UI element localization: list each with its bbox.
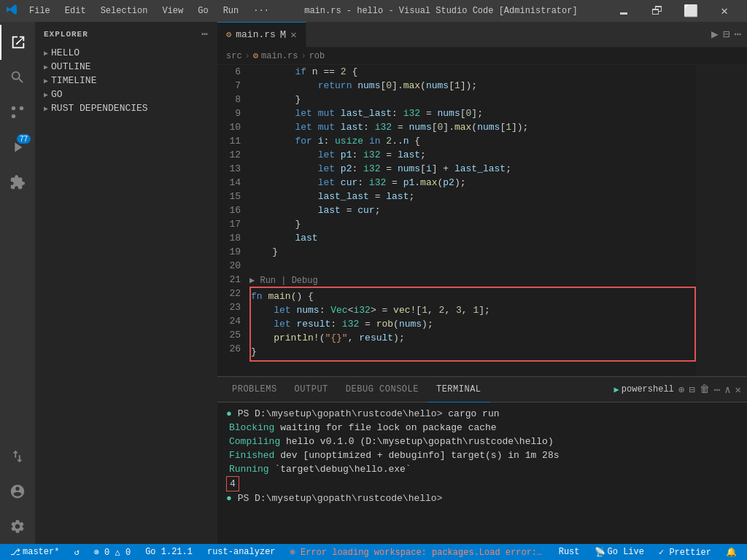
terminal-line-6: ● PS D:\mysetup\gopath\rustcode\hello> bbox=[226, 491, 738, 505]
code-line: let result: i32 = rob(nums); bbox=[251, 317, 694, 331]
badge-count: 77 bbox=[17, 134, 31, 144]
terminal-split-icon[interactable]: ⊟ bbox=[689, 384, 694, 396]
tab-bar: ⚙ main.rs M ✕ ▶ ⊟ ⋯ bbox=[217, 22, 747, 47]
menu-edit[interactable]: Edit bbox=[59, 4, 92, 18]
svg-point-0 bbox=[12, 114, 16, 119]
run-debug-bar: ▶ Run | Debug bbox=[249, 273, 696, 287]
errors-label: ⊗ 0 △ 0 bbox=[94, 547, 131, 558]
go-version-status[interactable]: Go 1.21.1 bbox=[141, 547, 197, 557]
branch-status[interactable]: ⎇ master* bbox=[6, 547, 63, 558]
sidebar-label-hello: HELLO bbox=[51, 47, 80, 58]
terminal-close-icon[interactable]: ✕ bbox=[735, 384, 741, 396]
language-status[interactable]: Rust bbox=[554, 547, 584, 557]
breadcrumb-sep-2: › bbox=[301, 51, 306, 61]
breadcrumb: src › ⚙ main.rs › rob bbox=[217, 47, 747, 65]
line-numbers: 678910 1112131415 1617181920 21222324252… bbox=[217, 65, 247, 376]
go-live-icon: 📡 bbox=[595, 547, 605, 558]
split-editor-icon[interactable]: ⊟ bbox=[723, 27, 730, 42]
code-line bbox=[249, 259, 696, 273]
terminal-trash-icon[interactable]: 🗑 bbox=[700, 384, 710, 395]
code-line: } bbox=[251, 345, 694, 359]
sidebar-item-go[interactable]: ▶ GO bbox=[35, 88, 217, 101]
code-line: last bbox=[249, 231, 696, 245]
restore-button[interactable]: 🗗 bbox=[640, 0, 674, 22]
notifications-icon[interactable]: 🔔 bbox=[721, 547, 741, 558]
terminal-more-icon[interactable]: ⋯ bbox=[714, 384, 720, 396]
rust-analyzer-status[interactable]: rust-analyzer bbox=[203, 547, 280, 557]
prettier-status[interactable]: ✓ Prettier bbox=[654, 547, 716, 558]
more-actions-icon[interactable]: ⋯ bbox=[734, 27, 741, 42]
sidebar-label-go: GO bbox=[51, 89, 63, 100]
panel-tab-terminal[interactable]: TERMINAL bbox=[427, 377, 490, 402]
menu-more[interactable]: ··· bbox=[247, 4, 275, 18]
maximize-button[interactable]: ⬜ bbox=[674, 0, 708, 22]
code-line: let mut last_last: i32 = nums[0]; bbox=[249, 106, 696, 120]
sidebar-item-outline[interactable]: ▶ OUTLINE bbox=[35, 60, 217, 74]
svg-point-1 bbox=[20, 106, 24, 111]
terminal-content[interactable]: ● PS D:\mysetup\gopath\rustcode\hello> c… bbox=[217, 402, 747, 544]
breadcrumb-file[interactable]: main.rs bbox=[261, 51, 298, 61]
sidebar-arrow-timeline: ▶ bbox=[44, 77, 48, 85]
menu-run[interactable]: Run bbox=[217, 4, 245, 18]
sidebar-new-file-icon[interactable]: ⋯ bbox=[202, 28, 209, 40]
accounts-activity-icon[interactable] bbox=[0, 474, 35, 509]
sidebar-item-rust-deps[interactable]: ▶ RUST DEPENDENCIES bbox=[35, 101, 217, 115]
git-branch-icon: ⎇ bbox=[10, 547, 20, 558]
sidebar-title: EXPLORER bbox=[44, 30, 88, 39]
menu-go[interactable]: Go bbox=[192, 4, 214, 18]
explorer-activity-icon[interactable] bbox=[0, 25, 35, 60]
editor-tab-main-rs[interactable]: ⚙ main.rs M ✕ bbox=[217, 22, 306, 47]
sidebar-arrow-rust-deps: ▶ bbox=[44, 104, 48, 113]
svg-point-2 bbox=[12, 106, 16, 111]
error-message-label: ⊗ Error loading workspace: packages.Load… bbox=[290, 547, 544, 558]
source-control-activity-icon[interactable] bbox=[0, 95, 35, 130]
sidebar-arrow-go: ▶ bbox=[44, 90, 48, 99]
panel-tab-debug-console[interactable]: DEBUG CONSOLE bbox=[337, 377, 427, 402]
tab-filename: main.rs bbox=[236, 29, 276, 40]
run-icon[interactable]: ▶ bbox=[711, 27, 719, 42]
window-title: main.rs - hello - Visual Studio Code [Ad… bbox=[304, 6, 577, 16]
run-debug-activity-icon[interactable]: 77 bbox=[0, 130, 35, 165]
minimize-button[interactable]: 🗕 bbox=[607, 0, 640, 22]
sync-status[interactable]: ↺ bbox=[69, 547, 83, 558]
panel-tab-output[interactable]: OUTPUT bbox=[286, 377, 337, 402]
branch-name: master* bbox=[23, 547, 59, 557]
go-live-status[interactable]: 📡 Go Live bbox=[590, 547, 649, 558]
sidebar-item-hello[interactable]: ▶ HELLO bbox=[35, 46, 217, 60]
code-line: let nums: Vec<i32> = vec![1, 2, 3, 1]; bbox=[251, 303, 694, 317]
breadcrumb-src[interactable]: src bbox=[226, 51, 242, 61]
sidebar-item-timeline[interactable]: ▶ TIMELINE bbox=[35, 74, 217, 88]
sidebar-label-outline: OUTLINE bbox=[51, 61, 91, 72]
sidebar-arrow-outline: ▶ bbox=[44, 63, 48, 71]
search-activity-icon[interactable] bbox=[0, 60, 35, 95]
code-line: } bbox=[249, 93, 696, 106]
menu-file[interactable]: File bbox=[23, 4, 56, 18]
minimap bbox=[696, 65, 747, 376]
terminal-line-5: Running `target\debug\hello.exe` bbox=[226, 462, 738, 476]
test-activity-icon[interactable] bbox=[0, 439, 35, 474]
close-button[interactable]: ✕ bbox=[708, 0, 741, 22]
panel-tab-problems[interactable]: PROBLEMS bbox=[223, 377, 286, 402]
breadcrumb-file-icon: ⚙ bbox=[253, 50, 258, 61]
extensions-activity-icon[interactable] bbox=[0, 165, 35, 200]
settings-activity-icon[interactable] bbox=[0, 509, 35, 544]
terminal-chevron-up-icon[interactable]: ∧ bbox=[724, 384, 730, 396]
menu-view[interactable]: View bbox=[156, 4, 189, 18]
terminal-add-icon[interactable]: ⊕ bbox=[678, 384, 684, 396]
breadcrumb-fn[interactable]: rob bbox=[309, 51, 325, 61]
sidebar-label-timeline: TIMELINE bbox=[51, 75, 96, 86]
terminal-line-4: Finished dev [unoptimized + debuginfo] t… bbox=[226, 448, 738, 462]
code-editor[interactable]: 678910 1112131415 1617181920 21222324252… bbox=[217, 65, 747, 376]
errors-warnings-status[interactable]: ⊗ 0 △ 0 bbox=[90, 547, 135, 558]
editor-area: ⚙ main.rs M ✕ ▶ ⊟ ⋯ src › ⚙ main.rs › ro… bbox=[217, 22, 747, 544]
rust-analyzer-label: rust-analyzer bbox=[207, 547, 276, 557]
rust-file-icon: ⚙ bbox=[226, 29, 231, 40]
sidebar-arrow-hello: ▶ bbox=[44, 49, 48, 58]
menu-selection[interactable]: Selection bbox=[95, 4, 154, 18]
code-line: } bbox=[249, 245, 696, 259]
tab-close-icon[interactable]: ✕ bbox=[290, 28, 296, 41]
bell-icon: 🔔 bbox=[726, 547, 737, 558]
error-message-status[interactable]: ⊗ Error loading workspace: packages.Load… bbox=[286, 547, 549, 558]
code-line: last = cur; bbox=[249, 203, 696, 217]
code-content[interactable]: if n == 2 { return nums[0].max(nums[1]);… bbox=[247, 65, 696, 376]
